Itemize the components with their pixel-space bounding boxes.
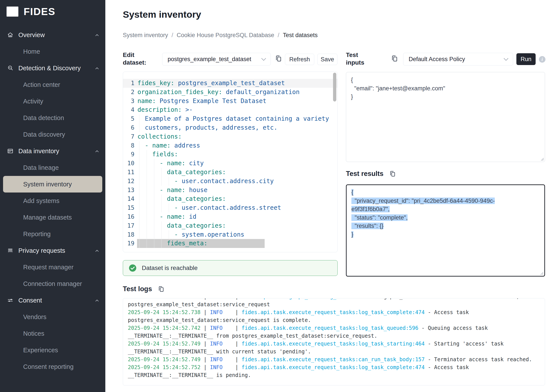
copy-test-results-icon[interactable] bbox=[389, 170, 396, 177]
chevron-up-icon[interactable] bbox=[94, 32, 100, 37]
indent-guide bbox=[154, 168, 154, 177]
line-number: 8 bbox=[123, 141, 134, 150]
sidebar-item-privacy-requests[interactable]: Privacy requests bbox=[0, 242, 105, 259]
copy-test-inputs-icon[interactable] bbox=[391, 55, 398, 62]
editor-code: fides_meta: bbox=[138, 239, 337, 248]
chevron-up-icon[interactable] bbox=[94, 248, 100, 253]
log-timestamp: 2025-09-24 15:24:52.752 bbox=[128, 364, 200, 370]
sidebar-item-label: Vendors bbox=[23, 313, 46, 321]
test-logs-panel[interactable]: 2025-09-24 15:24:52.726 | INFO | fides.a… bbox=[123, 298, 545, 385]
resize-handle-icon[interactable] bbox=[540, 157, 544, 161]
sidebar-item-system-inventory[interactable]: System inventory bbox=[3, 176, 102, 193]
sidebar-item-vendors[interactable]: Vendors bbox=[0, 309, 105, 325]
indent-guide bbox=[147, 212, 147, 221]
test-inputs-label: Test inputs bbox=[346, 51, 374, 66]
indent-guide bbox=[139, 159, 140, 168]
refresh-button[interactable]: Refresh bbox=[285, 54, 314, 65]
breadcrumb-item[interactable]: Test datasets bbox=[283, 32, 317, 39]
breadcrumb: System inventory/Cookie House PostgreSQL… bbox=[123, 32, 317, 39]
line-number: 11 bbox=[123, 168, 134, 177]
selected-text: "privacy_request_id": "pri_4c2be5df-6a44… bbox=[351, 197, 495, 204]
indent-guide bbox=[139, 239, 140, 248]
sidebar-item-label: Data discovery bbox=[23, 131, 65, 138]
sidebar-item-connection-manager[interactable]: Connection manager bbox=[0, 276, 105, 292]
test-inputs-content: { "email": "jane+test@example.com"} bbox=[351, 76, 540, 101]
indent-guide bbox=[154, 212, 154, 221]
sidebar-item-reporting[interactable]: Reporting bbox=[0, 226, 105, 242]
sidebar-item-data-detection[interactable]: Data detection bbox=[0, 110, 105, 126]
banner-text: Dataset is reachable bbox=[142, 265, 197, 272]
log-separator: | bbox=[200, 325, 210, 331]
line-number: 1 bbox=[123, 79, 134, 88]
sidebar-item-action-center[interactable]: Action center bbox=[0, 76, 105, 93]
editor-tokens: - name: house bbox=[159, 186, 207, 195]
editor-tokens: - system.operations bbox=[174, 230, 244, 239]
fides-logo-text: FIDES bbox=[24, 6, 55, 18]
edit-dataset-label: Edit dataset: bbox=[123, 51, 159, 66]
breadcrumb-separator: / bbox=[278, 32, 280, 39]
editor-code: Example of a Postgres dataset containing… bbox=[138, 114, 337, 123]
chevron-up-icon[interactable] bbox=[94, 65, 100, 71]
indent-guide bbox=[161, 221, 162, 230]
sidebar-item-add-systems[interactable]: Add systems bbox=[0, 193, 105, 209]
save-button[interactable]: Save bbox=[317, 54, 337, 65]
dataset-select[interactable]: postgres_example_test_dataset bbox=[162, 53, 271, 65]
dataset-yaml-editor[interactable]: 1fides_key: postgres_example_test_datase… bbox=[123, 71, 338, 252]
sidebar-item-data-inventory[interactable]: Data inventory bbox=[0, 143, 105, 159]
indent-guide bbox=[139, 168, 140, 177]
selected-text: { bbox=[351, 189, 353, 196]
sidebar-item-activity[interactable]: Activity bbox=[0, 93, 105, 110]
log-timestamp: 2025-09-24 15:24:52.749 bbox=[128, 341, 200, 347]
test-results-textarea[interactable]: { "privacy_request_id": "pri_4c2be5df-6a… bbox=[346, 184, 545, 276]
log-entry: 2025-09-24 15:24:52.738 | INFO | fides.a… bbox=[128, 308, 540, 324]
selected-text: e9f3f1f6b0a7", bbox=[351, 206, 390, 212]
breadcrumb-item[interactable]: Cookie House PostgreSQL Database bbox=[177, 32, 274, 39]
editor-tokens: - name: city bbox=[159, 159, 204, 168]
sidebar-nav: OverviewHomeDetection & DiscoveryAction … bbox=[0, 27, 105, 375]
sidebar-item-home[interactable]: Home bbox=[0, 43, 105, 60]
sidebar-item-consent[interactable]: Consent bbox=[0, 292, 105, 309]
editor-tokens: - user.contact.address.city bbox=[174, 177, 274, 186]
test-inputs-line: } bbox=[351, 93, 540, 101]
copy-dataset-icon[interactable] bbox=[275, 55, 282, 62]
breadcrumb-item[interactable]: System inventory bbox=[123, 32, 168, 39]
sidebar-item-detection-discovery[interactable]: Detection & Discovery bbox=[0, 60, 105, 76]
sidebar-item-overview[interactable]: Overview bbox=[0, 27, 105, 43]
info-icon[interactable]: i bbox=[539, 56, 545, 63]
indent-guide bbox=[169, 204, 169, 212]
editor-line: 10- name: city bbox=[123, 159, 337, 168]
editor-line: 13- name: house bbox=[123, 186, 337, 195]
editor-line: 7collections: bbox=[123, 132, 337, 141]
copy-test-logs-icon[interactable] bbox=[158, 286, 164, 292]
log-source: fides.api.task.execute_request_tasks:log… bbox=[242, 364, 425, 370]
chevron-up-icon[interactable] bbox=[94, 148, 100, 154]
run-button[interactable]: Run bbox=[516, 53, 536, 65]
editor-code: description: >- bbox=[138, 106, 337, 114]
log-level: INFO bbox=[210, 356, 223, 363]
sidebar-item-label: Request manager bbox=[23, 264, 74, 271]
check-circle-icon bbox=[129, 264, 137, 272]
editor-line: 4description: >- bbox=[123, 106, 337, 114]
sidebar-item-consent-reporting[interactable]: Consent reporting bbox=[0, 358, 105, 375]
sidebar-item-data-discovery[interactable]: Data discovery bbox=[0, 126, 105, 143]
editor-line: 12- user.contact.address.city bbox=[123, 177, 337, 186]
indent-guide bbox=[139, 141, 140, 150]
chevron-up-icon[interactable] bbox=[94, 298, 100, 303]
sidebar-item-request-manager[interactable]: Request manager bbox=[0, 259, 105, 276]
indent-guide bbox=[139, 221, 140, 230]
sidebar-item-label: Action center bbox=[23, 81, 60, 89]
indent-guide bbox=[147, 177, 147, 186]
sidebar-item-data-lineage[interactable]: Data lineage bbox=[0, 159, 105, 176]
indent-guide bbox=[139, 123, 140, 132]
sidebar-item-experiences[interactable]: Experiences bbox=[0, 342, 105, 358]
test-inputs-textarea[interactable]: { "email": "jane+test@example.com"} bbox=[346, 72, 545, 162]
test-results-line: "results": {} bbox=[351, 222, 540, 230]
resize-handle-icon[interactable] bbox=[540, 271, 544, 275]
test-inputs-line: "email": "jane+test@example.com" bbox=[351, 84, 540, 93]
line-number: 12 bbox=[123, 177, 134, 186]
line-number: 19 bbox=[123, 239, 134, 248]
inventory-icon bbox=[7, 148, 14, 154]
policy-select[interactable]: Default Access Policy bbox=[403, 53, 513, 65]
sidebar-item-notices[interactable]: Notices bbox=[0, 325, 105, 342]
sidebar-item-manage-datasets[interactable]: Manage datasets bbox=[0, 209, 105, 226]
